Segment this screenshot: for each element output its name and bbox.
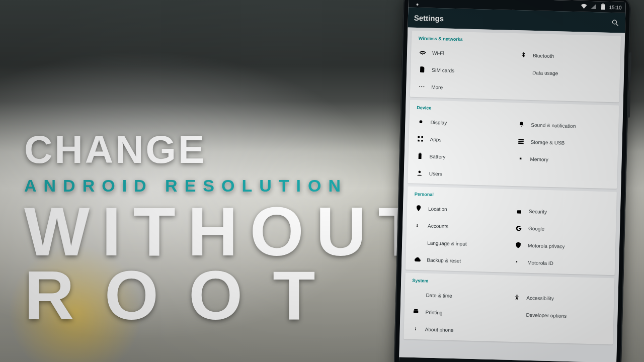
settings-item-printing[interactable]: Printing (409, 303, 508, 323)
memory-icon (517, 155, 524, 162)
account-icon (415, 222, 422, 229)
settings-item-wifi[interactable]: Wi-Fi (416, 44, 515, 63)
settings-item-memory[interactable]: Memory (514, 150, 613, 169)
settings-item-label: Wi-Fi (432, 50, 444, 56)
settings-item-storage-usb[interactable]: Storage & USB (514, 133, 613, 152)
settings-item-label: Sound & notification (531, 122, 576, 128)
google-icon (515, 224, 522, 231)
settings-item-label: Data usage (532, 69, 558, 75)
apps-icon (417, 135, 424, 142)
battery-icon (417, 152, 424, 159)
a11y-icon (513, 294, 520, 301)
lock-icon (516, 207, 523, 214)
sim-icon (419, 66, 426, 73)
settings-item-label: Google (528, 225, 545, 231)
globe-icon (414, 239, 421, 246)
settings-item-label: More (431, 84, 443, 90)
backup-icon (414, 256, 421, 263)
settings-section: DeviceDisplaySound & notificationAppsSto… (408, 100, 619, 189)
bluetooth-icon (520, 51, 527, 58)
developer-icon (513, 311, 520, 318)
settings-item-display[interactable]: Display (414, 113, 513, 133)
settings-item-label: Developer options (526, 312, 567, 318)
settings-item-apps[interactable]: Apps (414, 130, 513, 150)
signal-status-icon (590, 3, 597, 10)
settings-item-language-input[interactable]: Language & input (411, 234, 510, 253)
settings-item-location[interactable]: Location (412, 200, 511, 219)
volume-down-button[interactable] (628, 90, 630, 118)
settings-section: PersonalLocationSecurityAccountsGoogleLa… (406, 187, 617, 276)
wifi-icon (419, 49, 426, 56)
headline-line-1: CHANGE (24, 130, 433, 169)
settings-item-backup-reset[interactable]: Backup & reset (411, 251, 510, 270)
settings-item-label: Display (430, 119, 447, 125)
settings-item-label: Motorola ID (527, 259, 553, 265)
settings-item-data-usage[interactable]: Data usage (516, 63, 615, 83)
settings-item-label: Date & time (426, 292, 452, 298)
settings-section: Wireless & networksWi-FiBluetoothSIM car… (410, 31, 621, 103)
notification-dot-icon (417, 4, 419, 6)
print-icon (412, 308, 419, 315)
battery-status-icon (599, 3, 606, 10)
settings-item-sound-notification[interactable]: Sound & notification (515, 116, 614, 135)
promo-headline: CHANGE ANDROID RESOLUTION WITHOUT ROOT (24, 130, 433, 328)
settings-item-label: Location (428, 206, 447, 212)
settings-item-label: About phone (425, 326, 454, 332)
wifi-status-icon (580, 3, 587, 10)
settings-item-accessibility[interactable]: Accessibility (510, 289, 609, 308)
info-icon (412, 325, 419, 332)
headline-line-3: WITHOUT (24, 199, 433, 264)
bell-icon (518, 121, 525, 128)
data-ring-icon (519, 68, 526, 75)
settings-item-label: Storage & USB (530, 139, 565, 145)
settings-item-label: Users (429, 170, 442, 176)
clock-text: 15:10 (609, 4, 621, 10)
phone-frame: 15:10 Settings Wireless & networksWi-FiB… (393, 0, 631, 362)
settings-item-label: Apps (430, 136, 441, 142)
settings-item-security[interactable]: Security (512, 202, 611, 222)
settings-item-developer-options[interactable]: Developer options (510, 306, 609, 325)
settings-item-label: Accounts (428, 223, 448, 229)
search-icon[interactable] (611, 19, 619, 27)
pin-icon (415, 205, 422, 212)
settings-section: SystemDate & timeAccessibilityPrintingDe… (404, 273, 614, 344)
settings-item-label: Printing (425, 309, 442, 315)
settings-item-sim-cards[interactable]: SIM cards (416, 61, 515, 80)
shield-icon (515, 241, 522, 248)
section-grid: LocationSecurityAccountsGoogleLanguage &… (411, 200, 611, 273)
settings-item-battery[interactable]: Battery (413, 147, 512, 167)
settings-item-label: SIM cards (432, 67, 454, 73)
storage-icon (517, 138, 524, 145)
settings-item-accounts[interactable]: Accounts (412, 217, 511, 236)
settings-item-motorola-privacy[interactable]: Motorola privacy (512, 236, 611, 256)
section-grid: Wi-FiBluetoothSIM cardsData usageMore (415, 44, 616, 100)
app-bar-title: Settings (414, 13, 444, 23)
user-icon (416, 169, 423, 176)
settings-item-label: Security (529, 208, 547, 214)
settings-item-label: Bluetooth (533, 52, 554, 58)
settings-item-date-time[interactable]: Date & time (410, 286, 509, 306)
settings-item-label: Backup & reset (427, 257, 461, 263)
clock-icon (413, 291, 420, 298)
section-grid: DisplaySound & notificationAppsStorage &… (413, 113, 613, 187)
settings-item-label: Accessibility (526, 295, 554, 301)
settings-list[interactable]: Wireless & networksWi-FiBluetoothSIM car… (399, 27, 625, 362)
settings-item-label: Memory (530, 156, 548, 162)
dots-icon (418, 83, 425, 90)
id-icon (514, 258, 521, 265)
settings-item-motorola-id[interactable]: Motorola ID (511, 253, 610, 273)
settings-item-google[interactable]: Google (512, 219, 611, 239)
settings-item-bluetooth[interactable]: Bluetooth (517, 46, 616, 66)
settings-item-label: Motorola privacy (528, 242, 565, 249)
headline-line-4: ROOT (24, 262, 433, 328)
thumbnail-stage: CHANGE ANDROID RESOLUTION WITHOUT ROOT 1… (0, 0, 644, 362)
settings-item-label: Language & input (427, 240, 467, 246)
phone-screen: 15:10 Settings Wireless & networksWi-FiB… (398, 0, 626, 362)
svg-marker-38 (591, 4, 596, 9)
settings-item-label: Battery (430, 153, 446, 159)
brightness-icon (417, 118, 424, 125)
volume-up-button[interactable] (629, 52, 632, 82)
section-grid: Date & timeAccessibilityPrintingDevelope… (409, 286, 609, 342)
